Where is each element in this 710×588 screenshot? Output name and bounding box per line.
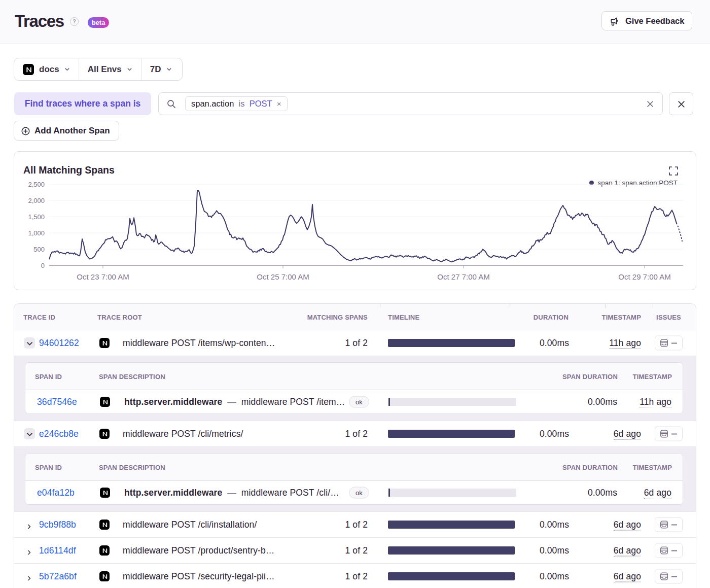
svg-text:1,500: 1,500 (28, 213, 45, 221)
svg-text:Oct 27 7:00 AM: Oct 27 7:00 AM (437, 272, 489, 281)
svg-text:500: 500 (33, 246, 45, 253)
svg-text:Oct 29 7:00 AM: Oct 29 7:00 AM (618, 272, 670, 281)
svg-text:2,000: 2,000 (28, 197, 45, 204)
svg-text:0: 0 (41, 262, 45, 269)
svg-text:2,500: 2,500 (28, 181, 45, 188)
svg-text:Oct 25 7:00 AM: Oct 25 7:00 AM (257, 272, 309, 281)
svg-text:Oct 23 7:00 AM: Oct 23 7:00 AM (77, 272, 129, 281)
svg-text:1,000: 1,000 (28, 229, 45, 237)
